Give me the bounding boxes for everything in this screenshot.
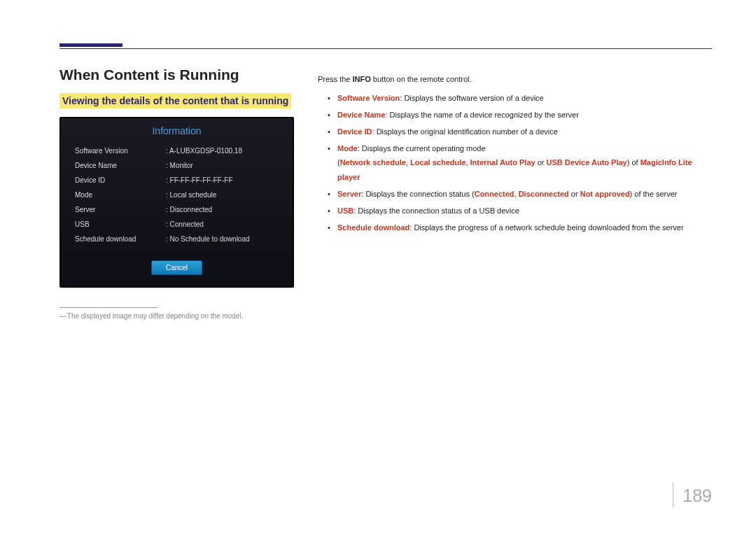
information-rows: Software VersionA-LUBXGDSP-0100.18 Devic… <box>61 143 293 255</box>
footnote: The displayed image may differ depending… <box>59 312 301 320</box>
mode-opt: Internal Auto Play <box>470 158 536 167</box>
desc-term: USB <box>337 206 354 215</box>
right-column: Press the INFO button on the remote cont… <box>318 72 710 237</box>
desc-term: Device Name <box>337 111 386 119</box>
status-opt: Connected <box>475 190 514 198</box>
intro-line: Press the INFO button on the remote cont… <box>318 72 710 87</box>
info-label: Server <box>75 206 166 213</box>
information-panel: Information Software VersionA-LUBXGDSP-0… <box>59 117 294 288</box>
section-title: When Content is Running <box>59 66 301 83</box>
desc-text: : Displays the original identification n… <box>372 127 558 136</box>
info-row-device-name: Device NameMonitor <box>75 158 279 173</box>
info-row-server: ServerDisconnected <box>75 202 279 217</box>
intro-button-name: INFO <box>353 75 371 83</box>
desc-item-schedule-download: Schedule download: Displays the progress… <box>328 220 710 235</box>
desc-item-mode: Mode: Displays the current operating mod… <box>328 141 710 156</box>
info-row-device-id: Device IDFF-FF-FF-FF-FF-FF <box>75 173 279 188</box>
desc-item-server: Server: Displays the connection status (… <box>328 187 710 202</box>
desc-term: Server <box>337 190 361 198</box>
info-value: Connected <box>166 220 204 228</box>
mode-opt: Local schedule <box>410 158 465 167</box>
info-value: FF-FF-FF-FF-FF-FF <box>166 176 233 184</box>
status-opt: Disconnected <box>519 190 569 198</box>
desc-item-usb: USB: Displays the connection status of a… <box>328 204 710 218</box>
mode-sub-line: (Network schedule, Local schedule, Inter… <box>318 155 710 185</box>
info-label: Device ID <box>75 176 166 184</box>
cancel-button[interactable]: Cancel <box>151 260 202 275</box>
desc-item-device-name: Device Name: Displays the name of a devi… <box>328 108 710 122</box>
intro-pre: Press the <box>318 75 353 83</box>
accent-bar <box>59 43 122 47</box>
desc-text: : Displays the progress of a network sch… <box>410 223 683 232</box>
info-value: A-LUBXGDSP-0100.18 <box>166 147 242 155</box>
paren-close: ) of <box>627 158 640 167</box>
info-value: Disconnected <box>166 206 212 213</box>
sep: or <box>569 190 580 198</box>
intro-post: button on the remote control. <box>371 75 472 83</box>
info-row-mode: ModeLocal schedule <box>75 188 279 202</box>
info-label: Device Name <box>75 162 166 169</box>
desc-term: Software Version <box>337 94 400 102</box>
sep: or <box>536 158 547 167</box>
info-label: USB <box>75 220 166 228</box>
info-row-schedule-download: Schedule downloadNo Schedule to download <box>75 232 279 246</box>
desc-item-software-version: Software Version: Displays the software … <box>328 91 710 106</box>
desc-text: : Displays the current operating mode <box>358 144 486 153</box>
desc-term: Schedule download <box>337 223 410 232</box>
page-top-rule <box>59 48 712 49</box>
info-row-usb: USBConnected <box>75 217 279 232</box>
desc-pre: : Displays the connection status ( <box>361 190 474 198</box>
description-list-2: Server: Displays the connection status (… <box>318 187 710 235</box>
footnote-rule <box>59 307 158 308</box>
desc-text: : Displays the software version of a dev… <box>400 94 543 102</box>
description-list: Software Version: Displays the software … <box>318 91 710 156</box>
desc-text: : Displays the name of a device recogniz… <box>386 111 579 119</box>
info-row-software-version: Software VersionA-LUBXGDSP-0100.18 <box>75 143 279 158</box>
cancel-button-wrap: Cancel <box>61 255 293 286</box>
info-label: Mode <box>75 191 166 199</box>
info-value: Monitor <box>166 162 193 169</box>
desc-item-device-id: Device ID: Displays the original identif… <box>328 125 710 139</box>
status-opt: Not approved <box>580 190 630 198</box>
info-value: Local schedule <box>166 191 216 199</box>
mode-opt: Network schedule <box>340 158 406 167</box>
mode-opt: USB Device Auto Play <box>547 158 627 167</box>
desc-term: Mode <box>337 144 358 153</box>
desc-post: ) of the server <box>630 190 678 198</box>
desc-term: Device ID <box>337 127 372 136</box>
subsection-title: Viewing the details of the content that … <box>59 93 291 108</box>
desc-text: : Displays the connection status of a US… <box>354 206 519 215</box>
info-value: No Schedule to download <box>166 235 250 243</box>
left-column: When Content is Running Viewing the deta… <box>59 66 301 320</box>
information-panel-title: Information <box>61 118 293 143</box>
page-number: 189 <box>682 486 712 506</box>
info-label: Software Version <box>75 147 166 155</box>
info-label: Schedule download <box>75 235 166 243</box>
